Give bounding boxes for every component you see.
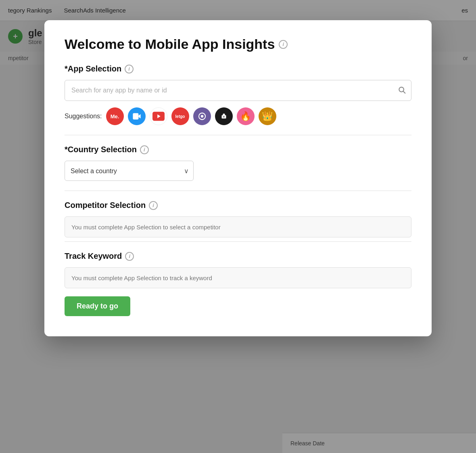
country-selection-label-text: *Country Selection [65, 145, 137, 154]
track-keyword-label-text: Track Keyword [65, 252, 122, 261]
divider-2 [65, 191, 411, 191]
track-keyword-label: Track Keyword i [65, 252, 411, 261]
modal-title-text: Welcome to Mobile App Insights [65, 36, 275, 52]
competitor-input [65, 216, 411, 237]
track-keyword-info-icon[interactable]: i [125, 252, 134, 261]
suggestion-me[interactable]: Me. [106, 107, 124, 125]
suggestion-jobs[interactable] [215, 107, 233, 125]
app-selection-label: *App Selection i [65, 64, 411, 73]
country-select[interactable]: Select a country United States United Ki… [65, 161, 194, 181]
app-search-input[interactable] [65, 80, 411, 101]
competitor-selection-label-text: Competitor Selection [65, 201, 146, 210]
competitor-selection-label: Competitor Selection i [65, 201, 411, 210]
suggestion-clash[interactable]: 👑 [259, 107, 276, 125]
suggestion-youtube[interactable] [150, 107, 167, 125]
search-button[interactable] [398, 86, 406, 95]
suggestion-twisted[interactable] [193, 107, 211, 125]
competitor-selection-info-icon[interactable]: i [149, 201, 158, 210]
modal-title-row: Welcome to Mobile App Insights i [65, 36, 411, 52]
country-select-wrap: Select a country United States United Ki… [65, 161, 194, 181]
suggestion-tinder[interactable]: 🔥 [237, 107, 255, 125]
modal-title-info-icon[interactable]: i [279, 40, 288, 49]
suggestion-letgo[interactable]: letgo [171, 107, 189, 125]
divider-1 [65, 135, 411, 135]
svg-point-7 [223, 116, 224, 117]
modal-dialog: Welcome to Mobile App Insights i *App Se… [44, 20, 432, 336]
divider-3 [65, 241, 411, 242]
app-selection-info-icon[interactable]: i [125, 65, 134, 73]
suggestion-zoom[interactable] [128, 107, 146, 125]
ready-to-go-button[interactable]: Ready to go [65, 296, 130, 316]
country-selection-label: *Country Selection i [65, 145, 411, 154]
suggestions-label: Suggestions: [65, 113, 102, 120]
svg-line-1 [403, 91, 405, 93]
app-search-wrap [65, 80, 411, 101]
track-keyword-input [65, 267, 411, 288]
modal-backdrop: Welcome to Mobile App Insights i *App Se… [0, 0, 476, 453]
app-selection-label-text: *App Selection [65, 64, 121, 73]
svg-point-5 [200, 115, 203, 118]
country-selection-info-icon[interactable]: i [140, 145, 149, 154]
suggestions-row: Suggestions: Me. letgo [65, 107, 411, 125]
